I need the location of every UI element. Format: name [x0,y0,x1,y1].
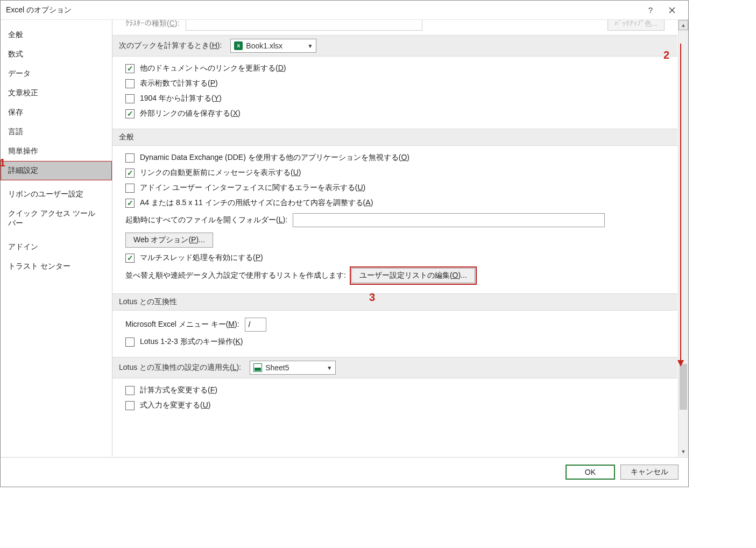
opt-custom-lists-prompt: 並べ替え順や連続データ入力設定で使用するリストを作成します: ユーザー設定リスト… [125,265,665,286]
annotation-arrow-line [680,44,681,361]
category-sidebar: 全般 数式 データ 文章校正 保存 言語 簡単操作 詳細設定 リボンのユーザー設… [1,20,112,456]
opt-update-links[interactable]: 他のドキュメントへのリンクを更新する(D) [125,61,665,76]
sidebar-item-save[interactable]: 保存 [1,103,112,122]
cancel-button[interactable]: キャンセル [620,465,679,480]
sidebar-item-general[interactable]: 全般 [1,25,112,45]
annotation-3: 3 [369,291,375,304]
backup-color-button: ﾊﾞｯｸｱｯﾌﾟ色... [607,20,665,31]
sidebar-item-data[interactable]: データ [1,64,112,83]
opt-ignore-dde[interactable]: Dynamic Data Exchange (DDE) を使用する他のアプリケー… [125,150,665,165]
annotation-1: 1 [0,157,5,169]
section-general: 全般 [112,129,677,146]
worksheet-icon [253,363,262,372]
checkbox-icon [125,401,135,410]
scroll-thumb[interactable] [680,364,687,410]
edit-custom-lists-button[interactable]: ユーザー設定リストの編集(O)... [351,268,475,283]
sidebar-item-proofing[interactable]: 文章校正 [1,83,112,103]
lotus-sheet-selector[interactable]: Sheet5 ▼ [250,361,336,375]
checkbox-icon [125,199,135,208]
checkbox-icon [125,109,135,118]
section-when-calculating-workbook: 次のブックを計算するとき(H): X Book1.xlsx ▼ [112,35,677,57]
chevron-down-icon: ▼ [307,43,313,49]
checkbox-icon [125,64,135,73]
cluster-type-input[interactable] [186,20,422,31]
sidebar-item-addins[interactable]: アドイン [1,237,112,257]
opt-transition-formula-entry[interactable]: 式入力を変更する(U) [125,398,665,413]
startup-folder-input[interactable] [293,213,605,227]
opt-enable-multithreaded[interactable]: マルチスレッド処理を有効にする(P) [125,250,665,265]
annotation-arrow-head [677,360,684,367]
sidebar-item-language[interactable]: 言語 [1,122,112,142]
sidebar-item-trust-center[interactable]: トラスト センター [1,257,112,276]
checkbox-icon [125,94,135,103]
close-button[interactable] [661,1,683,20]
excel-options-dialog: Excel のオプション ? 全般 数式 データ 文章校正 保存 言語 簡単操作… [0,0,689,487]
sidebar-item-customize-ribbon[interactable]: リボンのユーザー設定 [1,185,112,204]
sidebar-item-advanced[interactable]: 詳細設定 [1,161,112,180]
opt-1904-date-system[interactable]: 1904 年から計算する(Y) [125,91,665,106]
web-options-button[interactable]: Web オプション(P)... [125,233,213,248]
opt-excel-menu-key: Microsoft Excel メニュー キー(M): [125,315,665,334]
checkbox-icon [125,79,135,88]
annotation-2: 2 [663,49,669,61]
excel-file-icon: X [234,41,243,50]
titlebar: Excel のオプション ? [1,1,688,20]
section-lotus-compatibility-for: Lotus との互換性の設定の適用先(L): Sheet5 ▼ [112,357,677,378]
checkbox-icon [125,153,135,163]
checkbox-icon [125,338,135,347]
vertical-scrollbar[interactable]: ▲ ▼ [678,20,688,456]
checkbox-icon [125,168,135,178]
options-content: ｸﾗｽﾀｰの種類(C): ﾊﾞｯｸｱｯﾌﾟ色... 次のブックを計算するとき(H… [112,20,688,456]
ok-button[interactable]: OK [566,465,615,480]
workbook-selector[interactable]: X Book1.xlsx ▼ [230,39,316,53]
window-title: Excel のオプション [6,5,72,15]
opt-ask-update-links[interactable]: リンクの自動更新前にメッセージを表示する(U) [125,165,665,180]
help-button[interactable]: ? [640,1,661,20]
opt-scale-to-paper-size[interactable]: A4 または 8.5 x 11 インチの用紙サイズに合わせて内容を調整する(A) [125,195,665,210]
opt-show-addin-ui-errors[interactable]: アドイン ユーザー インターフェイスに関するエラーを表示する(U) [125,180,665,195]
scroll-up-button[interactable]: ▲ [679,20,688,30]
sidebar-item-quick-access-toolbar[interactable]: クイック アクセス ツール バー [1,204,112,233]
opt-precision-as-displayed[interactable]: 表示桁数で計算する(P) [125,76,665,91]
checkbox-icon [125,184,135,193]
opt-transition-formula-evaluation[interactable]: 計算方式を変更する(F) [125,383,665,398]
dialog-footer: OK キャンセル [1,457,688,487]
checkbox-icon [125,386,135,395]
opt-lotus-keys[interactable]: Lotus 1-2-3 形式のキー操作(K) [125,334,665,349]
opt-startup-folder: 起動時にすべてのファイルを開くフォルダー(L): [125,210,665,230]
cutoff-cluster-type-row: ｸﾗｽﾀｰの種類(C): ﾊﾞｯｸｱｯﾌﾟ色... [112,20,677,35]
section-lotus-compatibility: Lotus との互換性 [112,293,677,311]
opt-save-external-link-values[interactable]: 外部リンクの値を保存する(X) [125,106,665,121]
checkbox-icon [125,254,135,263]
scroll-down-button[interactable]: ▼ [679,446,688,456]
sidebar-item-ease-of-access[interactable]: 簡単操作 [1,142,112,161]
chevron-down-icon: ▼ [327,365,332,371]
excel-menu-key-input[interactable] [245,318,266,332]
sidebar-item-formulas[interactable]: 数式 [1,45,112,64]
